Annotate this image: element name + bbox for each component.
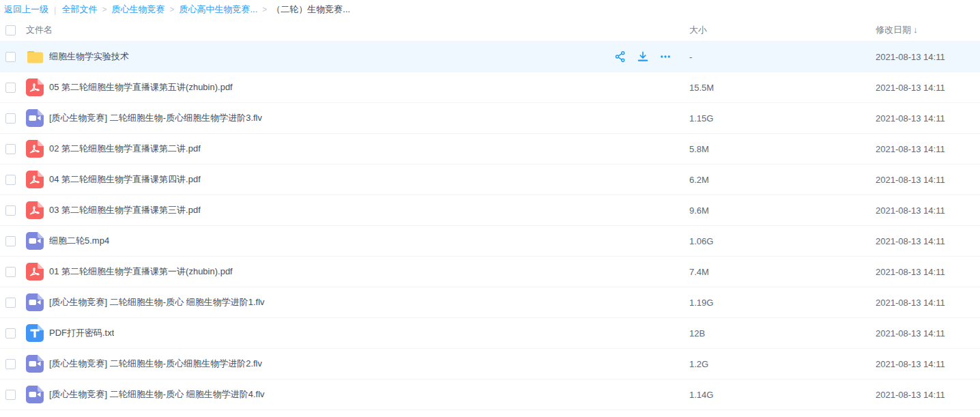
row-checkbox[interactable]	[5, 390, 16, 400]
file-list-header: 文件名 大小 修改日期↓	[0, 19, 980, 42]
folder-icon	[26, 49, 44, 64]
file-date: 2021-08-13 14:11	[876, 359, 980, 369]
breadcrumb-current: （二轮）生物竞赛...	[272, 4, 350, 14]
file-size: 9.6M	[689, 205, 876, 216]
file-size: 1.15G	[689, 113, 876, 124]
file-name-link[interactable]: 细胞二轮5.mp4	[49, 235, 109, 247]
row-checkbox[interactable]	[5, 52, 16, 62]
file-date: 2021-08-13 14:11	[876, 52, 980, 62]
column-header-size[interactable]: 大小	[689, 24, 876, 36]
file-date: 2021-08-13 14:11	[876, 267, 980, 277]
download-icon[interactable]	[637, 51, 649, 63]
pdf-icon	[26, 201, 44, 219]
table-row[interactable]: [质心生物竞赛] 二轮细胞生物-质心细胞生物学进阶2.flv	[0, 349, 980, 379]
file-name-link[interactable]: 细胞生物学实验技术	[49, 51, 129, 63]
breadcrumb-separator: >	[262, 5, 267, 14]
table-row[interactable]: 04 第二轮细胞生物学直播课第四讲.pdf	[0, 164, 980, 195]
video-icon	[26, 386, 44, 403]
video-icon	[26, 109, 44, 127]
file-name-link[interactable]: [质心生物竞赛] 二轮细胞生物-质心细胞生物学进阶3.flv	[49, 112, 262, 124]
file-size: 1.14G	[689, 390, 876, 400]
table-row[interactable]: [质心生物竞赛] 二轮细胞生物-质心 细胞生物学进阶4.flv	[0, 379, 980, 410]
file-size: 1.2G	[689, 359, 876, 369]
breadcrumb-link[interactable]: 质心高中生物竞赛...	[179, 4, 257, 14]
file-size: 5.8M	[689, 144, 876, 154]
pdf-icon	[26, 78, 44, 96]
file-date: 2021-08-13 14:11	[876, 175, 980, 185]
file-date: 2021-08-13 14:11	[876, 144, 980, 154]
breadcrumb-back-link[interactable]: 返回上一级	[4, 3, 48, 16]
pdf-icon	[26, 140, 44, 158]
row-checkbox[interactable]	[5, 267, 16, 277]
row-actions	[614, 51, 672, 63]
breadcrumb-link[interactable]: 质心生物竞赛	[111, 4, 164, 14]
file-name-link[interactable]: 01 第二轮细胞生物学直播课第一讲(zhubin).pdf	[49, 265, 233, 278]
row-checkbox[interactable]	[5, 205, 16, 216]
row-checkbox[interactable]	[5, 83, 16, 93]
file-size: -	[689, 52, 876, 62]
row-checkbox[interactable]	[5, 328, 16, 339]
file-size: 15.5M	[689, 83, 876, 93]
pdf-icon	[26, 263, 44, 281]
video-icon	[26, 293, 44, 311]
file-size: 6.2M	[689, 175, 876, 185]
file-size: 1.06G	[689, 236, 876, 246]
breadcrumb: 返回上一级 | 全部文件>质心生物竞赛>质心高中生物竞赛...>（二轮）生物竞赛…	[0, 0, 980, 19]
text-file-icon	[26, 324, 44, 342]
row-checkbox[interactable]	[5, 175, 16, 185]
file-name-link[interactable]: [质心生物竞赛] 二轮细胞生物-质心细胞生物学进阶2.flv	[49, 358, 262, 370]
pdf-icon	[26, 171, 44, 188]
row-checkbox[interactable]	[5, 236, 16, 246]
file-size: 1.19G	[689, 298, 876, 308]
breadcrumb-separator: >	[169, 5, 174, 14]
row-checkbox[interactable]	[5, 359, 16, 369]
file-name-link[interactable]: 04 第二轮细胞生物学直播课第四讲.pdf	[49, 173, 201, 186]
file-name-link[interactable]: 02 第二轮细胞生物学直播课第二讲.pdf	[49, 143, 201, 155]
more-icon[interactable]	[659, 51, 672, 63]
file-name-link[interactable]: 03 第二轮细胞生物学直播课第三讲.pdf	[49, 204, 201, 216]
file-size: 7.4M	[689, 267, 876, 277]
video-icon	[26, 355, 44, 373]
file-date: 2021-08-13 14:11	[876, 113, 980, 124]
table-row[interactable]: PDF打开密码.txt	[0, 318, 980, 349]
table-row[interactable]: 05 第二轮细胞生物学直播课第五讲(zhubin).pdf	[0, 72, 980, 103]
file-size: 12B	[689, 328, 876, 339]
table-row[interactable]: 03 第二轮细胞生物学直播课第三讲.pdf	[0, 195, 980, 226]
breadcrumb-separator: >	[102, 5, 106, 14]
table-row[interactable]: 01 第二轮细胞生物学直播课第一讲(zhubin).pdf	[0, 257, 980, 287]
breadcrumb-pipe-separator: |	[54, 5, 56, 15]
table-row[interactable]: [质心生物竞赛] 二轮细胞生物-质心 细胞生物学进阶1.flv	[0, 287, 980, 318]
table-row[interactable]: 02 第二轮细胞生物学直播课第二讲.pdf	[0, 134, 980, 164]
file-name-link[interactable]: [质心生物竞赛] 二轮细胞生物-质心 细胞生物学进阶1.flv	[49, 296, 265, 308]
breadcrumb-items: 全部文件>质心生物竞赛>质心高中生物竞赛...>（二轮）生物竞赛...	[61, 3, 350, 16]
video-icon	[26, 232, 44, 250]
column-header-date-label: 修改日期	[876, 25, 911, 35]
file-date: 2021-08-13 14:11	[876, 328, 980, 339]
file-date: 2021-08-13 14:11	[876, 298, 980, 308]
file-date: 2021-08-13 14:11	[876, 236, 980, 246]
table-row[interactable]: [质心生物竞赛] 二轮细胞生物-质心细胞生物学进阶3.flv	[0, 103, 980, 134]
row-checkbox[interactable]	[5, 113, 16, 124]
select-all-checkbox[interactable]	[5, 25, 16, 35]
file-name-link[interactable]: 05 第二轮细胞生物学直播课第五讲(zhubin).pdf	[49, 81, 233, 94]
row-checkbox[interactable]	[5, 144, 16, 154]
file-name-link[interactable]: PDF打开密码.txt	[49, 327, 114, 339]
share-icon[interactable]	[614, 51, 626, 63]
file-date: 2021-08-13 14:11	[876, 83, 980, 93]
table-row[interactable]: 细胞二轮5.mp4	[0, 226, 980, 257]
column-header-filename[interactable]: 文件名	[26, 24, 689, 36]
table-row[interactable]: 细胞生物学实验技术	[0, 42, 980, 72]
column-header-date[interactable]: 修改日期↓	[876, 24, 980, 36]
sort-descending-icon[interactable]: ↓	[913, 25, 918, 35]
row-checkbox[interactable]	[5, 298, 16, 308]
file-list: 细胞生物学实验技术	[0, 42, 980, 410]
file-name-link[interactable]: [质心生物竞赛] 二轮细胞生物-质心 细胞生物学进阶4.flv	[49, 388, 265, 401]
breadcrumb-link[interactable]: 全部文件	[61, 4, 97, 14]
file-date: 2021-08-13 14:11	[876, 390, 980, 400]
file-date: 2021-08-13 14:11	[876, 205, 980, 216]
